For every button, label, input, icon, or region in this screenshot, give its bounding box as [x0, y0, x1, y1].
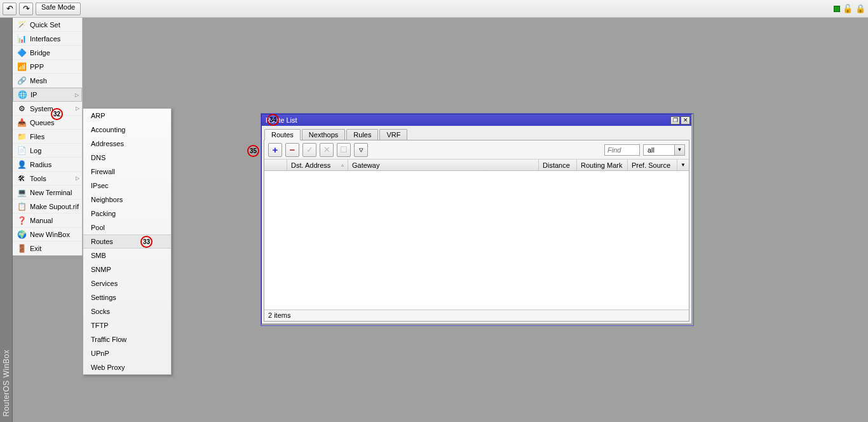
sidebar-item-bridge[interactable]: 🔷Bridge [13, 46, 82, 60]
sidebar-item-new-winbox[interactable]: 🌍New WinBox [13, 228, 82, 242]
dropdown-icon: ▼ [674, 145, 684, 155]
tab-rules[interactable]: Rules [346, 129, 378, 140]
submenu-item-traffic-flow[interactable]: Traffic Flow [83, 332, 171, 346]
sidebar-item-interfaces[interactable]: 📊Interfaces [13, 32, 82, 46]
route-toolbar: + − ✓ ✕ ☐ ▿ all ▼ [264, 140, 689, 160]
undo-icon: ↶ [6, 4, 13, 13]
sidebar-item-system[interactable]: ⚙System▷ [13, 102, 82, 116]
filter-icon: ▿ [359, 145, 363, 154]
chevron-down-icon: ▼ [681, 162, 686, 168]
supout-icon: 📋 [17, 201, 27, 212]
app-title-bar: RouterOS WinBox [0, 18, 13, 422]
log-icon: 📄 [17, 146, 27, 156]
files-icon: 📁 [17, 132, 27, 142]
lock-closed-icon[interactable]: 🔒 [855, 4, 865, 13]
sidebar-item-manual[interactable]: ❓Manual [13, 214, 82, 228]
status-indicator-icon [834, 6, 840, 12]
lock-open-icon[interactable]: 🔓 [843, 4, 853, 13]
safe-mode-button[interactable]: Safe Mode [36, 3, 81, 15]
route-list-window: Route List ❐ ✕ Routes Nexthops Rules VRF… [261, 114, 693, 325]
comment-button[interactable]: ☐ [337, 143, 351, 157]
terminal-icon: 💻 [17, 187, 27, 198]
tab-routes[interactable]: Routes [264, 129, 301, 140]
ppp-icon: 📶 [17, 62, 27, 72]
tab-nexthops[interactable]: Nexthops [302, 129, 345, 140]
mesh-icon: 🔗 [17, 76, 27, 86]
col-routing-mark[interactable]: Routing Mark [577, 160, 628, 170]
filter-button[interactable]: ▿ [354, 143, 368, 157]
route-table-body[interactable] [264, 171, 689, 310]
submenu-item-tftp[interactable]: TFTP [83, 318, 171, 332]
submenu-item-web-proxy[interactable]: Web Proxy [83, 360, 171, 374]
remove-button[interactable]: − [285, 143, 299, 157]
submenu-item-snmp[interactable]: SNMP [83, 262, 171, 276]
submenu-item-smb[interactable]: SMB [83, 248, 171, 262]
col-dst-address[interactable]: Dst. Address▵ [287, 160, 348, 170]
tools-icon: 🛠 [17, 174, 27, 184]
columns-dropdown-button[interactable]: ▼ [677, 160, 689, 170]
sidebar: 🪄Quick Set 📊Interfaces 🔷Bridge 📶PPP 🔗Mes… [13, 18, 83, 255]
sidebar-item-new-terminal[interactable]: 💻New Terminal [13, 186, 82, 200]
submenu-item-ipsec[interactable]: IPsec [83, 179, 171, 193]
submenu-item-firewall[interactable]: Firewall [83, 165, 171, 179]
comment-icon: ☐ [340, 145, 348, 154]
submenu-item-upnp[interactable]: UPnP [83, 346, 171, 360]
sidebar-item-tools[interactable]: 🛠Tools▷ [13, 172, 82, 186]
sidebar-item-make-supout[interactable]: 📋Make Supout.rif [13, 200, 82, 214]
submenu-item-arp[interactable]: ARP [83, 109, 171, 123]
sidebar-item-exit[interactable]: 🚪Exit [13, 242, 82, 255]
queues-icon: 📥 [17, 118, 27, 128]
submenu-item-socks[interactable]: Socks [83, 304, 171, 318]
window-restore-button[interactable]: ❐ [670, 116, 680, 125]
check-icon: ✓ [306, 145, 313, 154]
sidebar-item-files[interactable]: 📁Files [13, 130, 82, 144]
submenu-item-packing[interactable]: Packing [83, 207, 171, 221]
redo-button[interactable]: ↷ [19, 3, 33, 15]
col-gateway[interactable]: Gateway [348, 160, 539, 170]
sidebar-item-ppp[interactable]: 📶PPP [13, 60, 82, 74]
submenu-item-routes[interactable]: Routes [83, 235, 171, 248]
enable-button[interactable]: ✓ [302, 143, 316, 157]
sidebar-item-log[interactable]: 📄Log [13, 144, 82, 158]
submenu-arrow-icon: ▷ [75, 92, 79, 98]
plus-icon: + [273, 144, 278, 155]
disable-button[interactable]: ✕ [320, 143, 334, 157]
window-tabs: Routes Nexthops Rules VRF [262, 126, 691, 140]
col-flags[interactable] [264, 160, 287, 170]
submenu-item-dns[interactable]: DNS [83, 151, 171, 165]
exit-icon: 🚪 [17, 243, 27, 254]
ip-icon: 🌐 [17, 90, 27, 100]
app-title: RouterOS WinBox [2, 350, 11, 417]
sidebar-item-ip[interactable]: 🌐IP▷ [13, 88, 82, 102]
top-toolbar: ↶ ↷ Safe Mode 🔓 🔒 [0, 0, 868, 18]
filter-select[interactable]: all ▼ [643, 144, 685, 156]
window-title: Route List [266, 116, 297, 124]
find-input[interactable] [604, 144, 640, 156]
sidebar-item-quick-set[interactable]: 🪄Quick Set [13, 18, 82, 32]
quickset-icon: 🪄 [17, 20, 27, 30]
sidebar-item-queues[interactable]: 📥Queues [13, 116, 82, 130]
sidebar-item-radius[interactable]: 👤Radius [13, 158, 82, 172]
sidebar-item-mesh[interactable]: 🔗Mesh [13, 74, 82, 88]
submenu-item-services[interactable]: Services [83, 276, 171, 290]
status-line: 2 items [264, 310, 689, 321]
manual-icon: ❓ [17, 215, 27, 226]
route-table-header: Dst. Address▵ Gateway Distance Routing M… [264, 160, 689, 171]
window-titlebar[interactable]: Route List ❐ ✕ [262, 114, 691, 126]
col-distance[interactable]: Distance [539, 160, 577, 170]
filter-select-value: all [644, 146, 674, 154]
tab-vrf[interactable]: VRF [379, 129, 407, 140]
submenu-item-neighbors[interactable]: Neighbors [83, 193, 171, 207]
sort-asc-icon: ▵ [341, 162, 344, 168]
submenu-item-accounting[interactable]: Accounting [83, 123, 171, 137]
undo-button[interactable]: ↶ [3, 3, 17, 15]
submenu-item-settings[interactable]: Settings [83, 290, 171, 304]
submenu-item-pool[interactable]: Pool [83, 221, 171, 235]
window-close-button[interactable]: ✕ [681, 116, 690, 125]
col-pref-source[interactable]: Pref. Source [628, 160, 677, 170]
submenu-item-addresses[interactable]: Addresses [83, 137, 171, 151]
redo-icon: ↷ [23, 4, 30, 13]
cross-icon: ✕ [323, 145, 330, 154]
add-button[interactable]: + [268, 143, 282, 157]
ip-submenu: ARP Accounting Addresses DNS Firewall IP… [83, 108, 172, 375]
